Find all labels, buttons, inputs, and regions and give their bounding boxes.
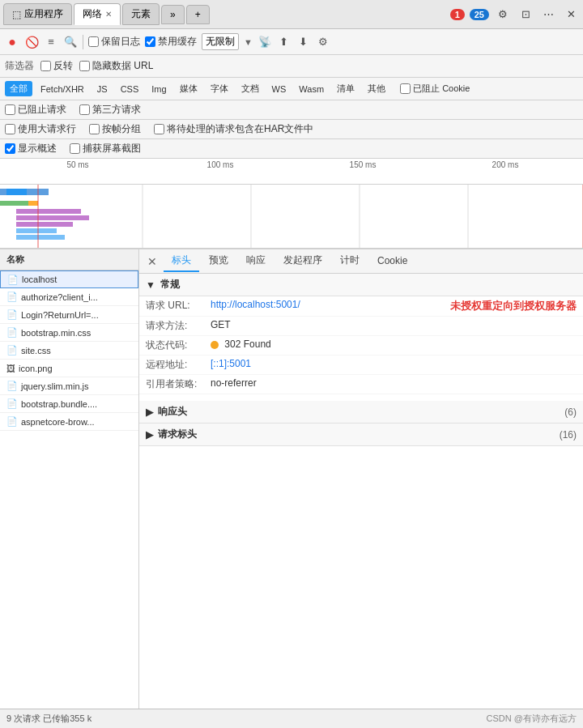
section-general[interactable]: ▼ 常规: [139, 274, 583, 296]
more-icon[interactable]: ⋯: [539, 6, 557, 23]
blocked-cookie-label[interactable]: 已阻止 Cookie: [400, 83, 470, 95]
throttle-select[interactable]: 无限制: [202, 33, 239, 50]
hide-data-url-text: 隐藏数据 URL: [92, 59, 153, 73]
request-url-value: http://localhost:5001/: [211, 299, 437, 310]
large-rows-checkbox[interactable]: [5, 124, 15, 134]
svg-rect-9: [16, 215, 89, 220]
import-icon[interactable]: ⬆: [277, 35, 292, 49]
hide-data-url-label[interactable]: 隐藏数据 URL: [79, 59, 153, 73]
preserve-log-text: 保留日志: [101, 35, 140, 49]
file-item-icon-png[interactable]: 🖼 icon.png: [0, 360, 138, 377]
filter-tab-wasm[interactable]: Wasm: [294, 83, 329, 96]
preserve-log-checkbox[interactable]: [88, 36, 99, 47]
show-overview-checkbox[interactable]: [5, 143, 15, 154]
file-item-login[interactable]: 📄 Login?ReturnUrl=...: [0, 306, 138, 324]
disable-cache-checkbox[interactable]: [145, 36, 155, 47]
file-item-authorize[interactable]: 📄 authorize?client_i...: [0, 288, 138, 306]
detail-close-button[interactable]: ✕: [143, 255, 162, 268]
har-pending-checkbox[interactable]: [154, 124, 164, 134]
detail-tab-headers[interactable]: 标头: [164, 250, 199, 272]
detail-row-referrer: 引用者策略: no-referrer: [139, 375, 583, 394]
file-icon-localhost: 📄: [7, 275, 19, 285]
timeline-label-200: 200 ms: [434, 160, 577, 169]
file-item-aspnetcore[interactable]: 📄 aspnetcore-brow...: [0, 413, 138, 431]
file-item-jquery[interactable]: 📄 jquery.slim.min.js: [0, 377, 138, 395]
file-name-site-css: site.css: [21, 346, 51, 355]
filter-tab-doc[interactable]: 文档: [236, 81, 264, 96]
filter-toggle[interactable]: ≡: [44, 35, 58, 49]
export-icon[interactable]: ⬇: [296, 35, 311, 49]
tab-network-close[interactable]: ✕: [105, 10, 112, 19]
blocked-requests-label[interactable]: 已阻止请求: [5, 103, 66, 117]
preserve-log-label[interactable]: 保留日志: [88, 35, 140, 49]
filter-tab-css[interactable]: CSS: [116, 83, 144, 96]
third-party-checkbox[interactable]: [79, 104, 90, 115]
filter-tabs: 全部 Fetch/XHR JS CSS Img 媒体 字体 文档 WS Wasm…: [0, 78, 583, 100]
svg-rect-6: [0, 201, 28, 206]
tab-network[interactable]: 网络 ✕: [74, 3, 121, 25]
filter-tab-font[interactable]: 字体: [206, 81, 233, 96]
error-badge: 1: [450, 9, 465, 20]
settings-icon[interactable]: ⚙: [494, 6, 512, 23]
tab-applications[interactable]: ⬚ 应用程序: [3, 3, 72, 25]
filter-tab-manifest[interactable]: 清单: [332, 81, 360, 96]
tab-elements-label: 元素: [131, 7, 151, 21]
filter-tab-all[interactable]: 全部: [5, 81, 32, 96]
capture-screenshots-checkbox[interactable]: [70, 143, 80, 154]
section-request-count: (16): [560, 429, 577, 441]
filter-tab-media[interactable]: 媒体: [175, 81, 202, 96]
detail-tab-preview[interactable]: 预览: [201, 250, 236, 272]
disable-cache-label[interactable]: 禁用缓存: [145, 35, 197, 49]
har-pending-label[interactable]: 将待处理的请求包含在HAR文件中: [154, 122, 313, 136]
file-name-login: Login?ReturnUrl=...: [21, 310, 99, 320]
third-party-label[interactable]: 第三方请求: [79, 103, 141, 117]
detail-tabs: ✕ 标头 预览 响应 发起程序 计时 Cookie: [139, 249, 583, 274]
detail-tab-response[interactable]: 响应: [238, 250, 274, 272]
tab-more[interactable]: »: [161, 5, 185, 24]
hide-data-url-checkbox[interactable]: [79, 61, 90, 71]
group-by-frame-checkbox[interactable]: [89, 124, 100, 134]
detail-row-status: 状态代码: 302 Found: [139, 336, 583, 355]
devtools-settings-icon[interactable]: ⚙: [316, 35, 330, 49]
section-response-headers[interactable]: ▶ 响应头 (6): [139, 401, 583, 424]
status-code-text: 302 Found: [224, 338, 270, 350]
group-by-frame-label[interactable]: 按帧分组: [89, 122, 141, 136]
filter-bar: 筛选器 反转 隐藏数据 URL: [0, 55, 583, 78]
settings-row-2: 显示概述 捕获屏幕截图: [0, 139, 583, 159]
dock-icon[interactable]: ⊡: [517, 6, 534, 23]
detail-tab-initiator[interactable]: 发起程序: [275, 250, 330, 272]
tab-new[interactable]: +: [186, 5, 210, 24]
show-overview-label[interactable]: 显示概述: [5, 142, 57, 155]
file-icon-jquery: 📄: [6, 381, 18, 391]
file-item-bootstrap-css[interactable]: 📄 bootstrap.min.css: [0, 324, 138, 342]
section-request-headers[interactable]: ▶ 请求标头 (16): [139, 424, 583, 446]
filter-tab-ws[interactable]: WS: [267, 83, 292, 96]
filter-tab-img[interactable]: Img: [147, 83, 171, 96]
request-method-value: GET: [211, 319, 577, 330]
invert-label[interactable]: 反转: [40, 59, 73, 73]
request-method-key: 请求方法:: [146, 319, 211, 333]
detail-tab-cookie[interactable]: Cookie: [369, 252, 415, 271]
filter-tab-other[interactable]: 其他: [363, 81, 390, 96]
invert-checkbox[interactable]: [40, 61, 51, 71]
file-item-bootstrap-bundle[interactable]: 📄 bootstrap.bundle....: [0, 395, 138, 413]
search-button[interactable]: 🔍: [63, 35, 78, 49]
file-item-site-css[interactable]: 📄 site.css: [0, 342, 138, 360]
tab-applications-label: 应用程序: [24, 7, 63, 21]
network-icon[interactable]: 📡: [257, 35, 272, 49]
record-button[interactable]: ●: [5, 35, 19, 49]
tab-elements[interactable]: 元素: [122, 3, 160, 25]
status-code-value: 302 Found: [211, 338, 577, 350]
filter-tab-js[interactable]: JS: [92, 83, 113, 96]
detail-tab-timing[interactable]: 计时: [332, 250, 368, 272]
blocked-cookie-checkbox[interactable]: [400, 83, 411, 94]
blocked-requests-checkbox[interactable]: [5, 104, 15, 115]
status-text: 9 次请求 已传输355 k: [6, 713, 91, 725]
large-rows-label[interactable]: 使用大请求行: [5, 122, 76, 136]
filter-tab-fetch-xhr[interactable]: Fetch/XHR: [36, 83, 89, 96]
clear-button[interactable]: 🚫: [24, 35, 39, 49]
close-icon[interactable]: ✕: [562, 6, 580, 23]
file-item-localhost[interactable]: 📄 localhost: [0, 270, 138, 288]
capture-screenshots-label[interactable]: 捕获屏幕截图: [70, 142, 141, 155]
toolbar: ● 🚫 ≡ 🔍 保留日志 禁用缓存 无限制 ▼ 📡 ⬆ ⬇ ⚙: [0, 29, 583, 55]
